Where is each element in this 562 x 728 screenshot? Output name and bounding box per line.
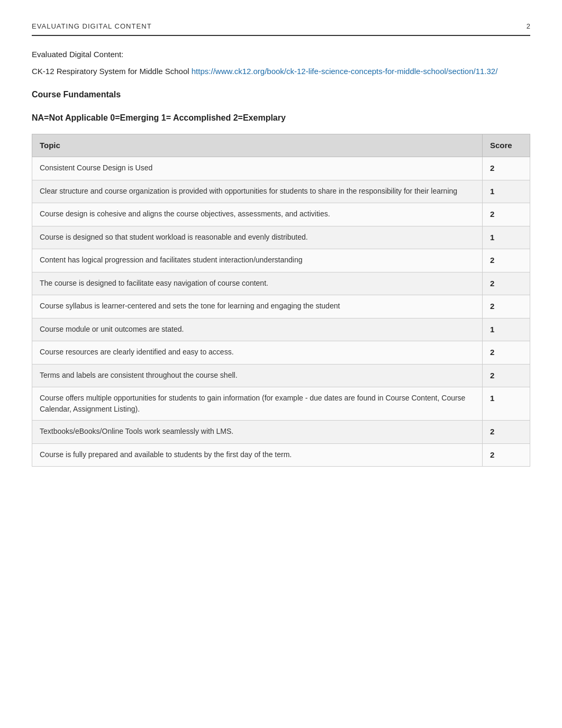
cell-topic: Course design is cohesive and aligns the… [32, 203, 483, 226]
cell-topic: Course offers multiple opportunities for… [32, 387, 483, 421]
cell-topic: Terms and labels are consistent througho… [32, 364, 483, 387]
cell-score: 1 [483, 180, 530, 203]
cell-topic: Textbooks/eBooks/Online Tools work seaml… [32, 421, 483, 444]
course-url-link[interactable]: https://www.ck12.org/book/ck-12-life-sci… [192, 67, 498, 76]
cell-topic: Clear structure and course organization … [32, 180, 483, 203]
table-row: Course offers multiple opportunities for… [32, 387, 530, 421]
col-header-score: Score [483, 134, 530, 157]
page-header: EVALUATING DIGITAL CONTENT 2 [32, 21, 530, 36]
cell-score: 2 [483, 249, 530, 272]
cell-topic: Course is designed so that student workl… [32, 226, 483, 249]
table-row: Course resources are clearly identified … [32, 341, 530, 365]
rubric-table: Topic Score Consistent Course Design is … [32, 134, 530, 467]
cell-score: 2 [483, 203, 530, 226]
cell-score: 2 [483, 295, 530, 319]
cell-topic: Consistent Course Design is Used [32, 157, 483, 180]
cell-score: 1 [483, 226, 530, 249]
cell-score: 2 [483, 421, 530, 444]
section-heading: Course Fundamentals [32, 88, 530, 101]
cell-score: 1 [483, 318, 530, 341]
cell-score: 1 [483, 387, 530, 421]
cell-topic: Course resources are clearly identified … [32, 341, 483, 365]
table-row: Course is designed so that student workl… [32, 226, 530, 249]
page-header-title: EVALUATING DIGITAL CONTENT [32, 21, 152, 32]
table-header-row: Topic Score [32, 134, 530, 157]
table-row: Terms and labels are consistent througho… [32, 364, 530, 387]
table-row: Course syllabus is learner-centered and … [32, 295, 530, 319]
cell-topic: Course syllabus is learner-centered and … [32, 295, 483, 319]
cell-score: 2 [483, 341, 530, 365]
table-row: Content has logical progression and faci… [32, 249, 530, 272]
cell-topic: The course is designed to facilitate eas… [32, 272, 483, 295]
page-number: 2 [527, 21, 530, 32]
cell-topic: Content has logical progression and faci… [32, 249, 483, 272]
col-header-topic: Topic [32, 134, 483, 157]
table-row: The course is designed to facilitate eas… [32, 272, 530, 295]
cell-topic: Course module or unit outcomes are state… [32, 318, 483, 341]
cell-score: 2 [483, 443, 530, 467]
table-row: Course is fully prepared and available t… [32, 443, 530, 467]
table-row: Course design is cohesive and aligns the… [32, 203, 530, 226]
course-intro-text: CK-12 Respiratory System for Middle Scho… [32, 67, 192, 76]
cell-score: 2 [483, 157, 530, 180]
table-row: Course module or unit outcomes are state… [32, 318, 530, 341]
table-row: Consistent Course Design is Used2 [32, 157, 530, 180]
cell-topic: Course is fully prepared and available t… [32, 443, 483, 467]
evaluated-label: Evaluated Digital Content: [32, 49, 530, 61]
course-link-line: CK-12 Respiratory System for Middle Scho… [32, 66, 530, 78]
table-row: Textbooks/eBooks/Online Tools work seaml… [32, 421, 530, 444]
cell-score: 2 [483, 272, 530, 295]
table-row: Clear structure and course organization … [32, 180, 530, 203]
legend-heading: NA=Not Applicable 0=Emerging 1= Accompli… [32, 112, 530, 124]
cell-score: 2 [483, 364, 530, 387]
